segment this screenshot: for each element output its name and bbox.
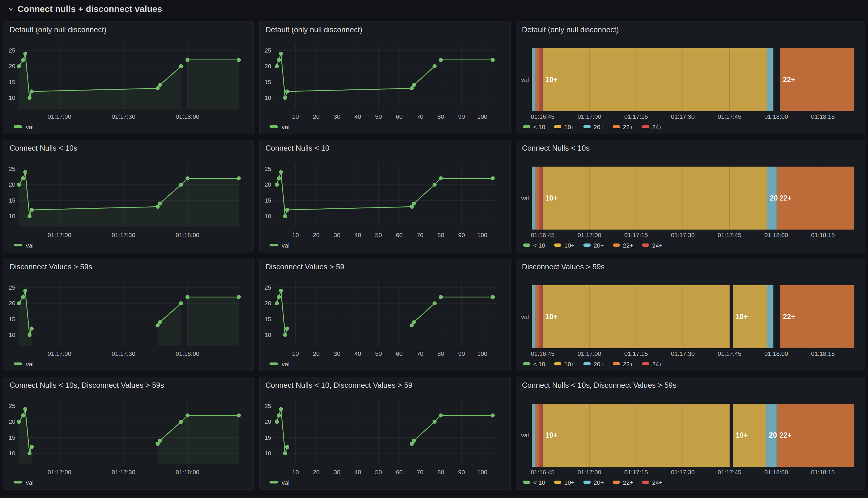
timeseries-chart[interactable]: 25201510102030405060708090100val — [259, 22, 510, 134]
timeline-legend-item[interactable]: 22+ — [613, 361, 633, 367]
timeseries-chart[interactable]: 2520151001:17:0001:17:3001:18:00val — [4, 140, 253, 252]
timeline-segment-20plus[interactable] — [767, 48, 773, 111]
data-point[interactable] — [179, 420, 183, 424]
data-point[interactable] — [21, 58, 25, 62]
timeline-legend-item[interactable]: < 10 — [523, 242, 545, 249]
data-point[interactable] — [30, 89, 34, 93]
data-point[interactable] — [21, 295, 25, 299]
state-timeline-chart[interactable]: 10+10+22+val01:16:4501:17:0001:17:1501:1… — [516, 259, 864, 371]
data-point[interactable] — [179, 301, 183, 305]
timeline-segment-24plus[interactable] — [539, 285, 543, 348]
timeseries-chart[interactable]: 2520151001:17:0001:17:3001:18:00val — [4, 377, 253, 489]
data-point[interactable] — [432, 64, 437, 68]
timeline-legend-item[interactable]: 24+ — [642, 479, 663, 486]
data-point[interactable] — [279, 407, 283, 411]
timeline-segment-20plus[interactable] — [532, 404, 536, 467]
data-point[interactable] — [23, 52, 27, 56]
data-point[interactable] — [283, 451, 287, 455]
data-point[interactable] — [491, 295, 495, 299]
data-point[interactable] — [158, 83, 162, 87]
data-point[interactable] — [21, 414, 25, 418]
data-point[interactable] — [30, 208, 34, 212]
data-point[interactable] — [237, 414, 241, 418]
timeline-legend-item[interactable]: 10+ — [554, 123, 575, 130]
timeseries-chart[interactable]: 25201510102030405060708090100val — [259, 140, 510, 252]
data-point[interactable] — [491, 414, 495, 418]
data-point[interactable] — [285, 208, 289, 212]
series-legend-item[interactable]: val — [269, 479, 290, 486]
state-timeline-chart[interactable]: 10+2022+val01:16:4501:17:0001:17:1501:17… — [516, 140, 864, 252]
series-legend-item[interactable]: val — [14, 479, 34, 486]
data-point[interactable] — [23, 289, 27, 293]
data-point[interactable] — [158, 438, 162, 443]
data-point[interactable] — [439, 295, 443, 299]
timeline-segment-22plus[interactable] — [536, 48, 539, 111]
data-point[interactable] — [285, 445, 289, 449]
timeline-legend-item[interactable]: 24+ — [642, 361, 663, 367]
timeline-segment-24plus[interactable] — [539, 48, 543, 111]
data-point[interactable] — [277, 176, 281, 181]
timeseries-chart[interactable]: 25201510102030405060708090100val — [259, 377, 510, 489]
data-point[interactable] — [275, 64, 279, 68]
data-point[interactable] — [158, 201, 162, 206]
data-point[interactable] — [158, 320, 162, 324]
data-point[interactable] — [412, 83, 416, 87]
timeline-segment-20plus[interactable] — [767, 285, 773, 348]
data-point[interactable] — [185, 176, 189, 181]
data-point[interactable] — [277, 58, 281, 62]
timeline-legend-item[interactable]: < 10 — [523, 361, 545, 367]
data-point[interactable] — [283, 96, 287, 100]
data-point[interactable] — [412, 438, 416, 443]
data-point[interactable] — [285, 89, 289, 93]
data-point[interactable] — [28, 214, 31, 218]
timeseries-chart[interactable]: 2520151001:17:0001:17:3001:18:00val — [4, 22, 253, 134]
data-point[interactable] — [17, 64, 21, 68]
data-point[interactable] — [17, 301, 21, 305]
data-point[interactable] — [275, 183, 279, 187]
data-point[interactable] — [30, 445, 34, 449]
data-point[interactable] — [237, 58, 241, 62]
data-point[interactable] — [185, 414, 189, 418]
timeseries-chart[interactable]: 25201510102030405060708090100val — [259, 259, 510, 371]
timeline-segment-24plus[interactable] — [539, 404, 543, 467]
data-point[interactable] — [412, 201, 416, 206]
timeline-legend-item[interactable]: < 10 — [523, 479, 545, 486]
data-point[interactable] — [439, 414, 443, 418]
series-legend-item[interactable]: val — [269, 361, 290, 367]
timeline-legend-item[interactable]: 10+ — [554, 242, 575, 249]
data-point[interactable] — [439, 58, 443, 62]
data-point[interactable] — [279, 170, 283, 174]
data-point[interactable] — [432, 420, 437, 424]
state-timeline-chart[interactable]: 10+10+2022+val01:16:4501:17:0001:17:1501… — [516, 377, 864, 489]
series-legend-item[interactable]: val — [14, 242, 34, 249]
data-point[interactable] — [28, 451, 31, 455]
data-point[interactable] — [17, 420, 21, 424]
data-point[interactable] — [277, 295, 281, 299]
data-point[interactable] — [285, 327, 289, 330]
data-point[interactable] — [179, 183, 183, 187]
timeline-segment-22plus[interactable] — [536, 285, 539, 348]
timeline-segment-10plus[interactable] — [543, 167, 767, 230]
data-point[interactable] — [277, 414, 281, 418]
data-point[interactable] — [23, 170, 27, 174]
timeline-segment-22plus[interactable] — [536, 167, 539, 230]
timeline-legend-item[interactable]: 20+ — [584, 479, 604, 486]
data-point[interactable] — [279, 52, 283, 56]
series-legend-item[interactable]: val — [269, 123, 290, 130]
timeline-segment-20plus[interactable] — [532, 48, 536, 111]
data-point[interactable] — [275, 301, 279, 305]
data-point[interactable] — [30, 327, 34, 330]
data-point[interactable] — [439, 176, 443, 181]
timeline-segment-20plus[interactable] — [532, 167, 536, 230]
data-point[interactable] — [432, 183, 437, 187]
timeline-segment-10plus[interactable] — [543, 48, 767, 111]
timeline-segment-24plus[interactable] — [539, 167, 543, 230]
timeline-segment-20plus[interactable] — [532, 285, 536, 348]
timeline-legend-item[interactable]: 22+ — [613, 242, 633, 249]
data-point[interactable] — [491, 176, 495, 181]
row-collapse-toggle[interactable]: Connect nulls + disconnect values — [0, 4, 162, 14]
series-legend-item[interactable]: val — [269, 242, 290, 249]
data-point[interactable] — [17, 183, 21, 187]
data-point[interactable] — [185, 58, 189, 62]
data-point[interactable] — [237, 295, 241, 299]
